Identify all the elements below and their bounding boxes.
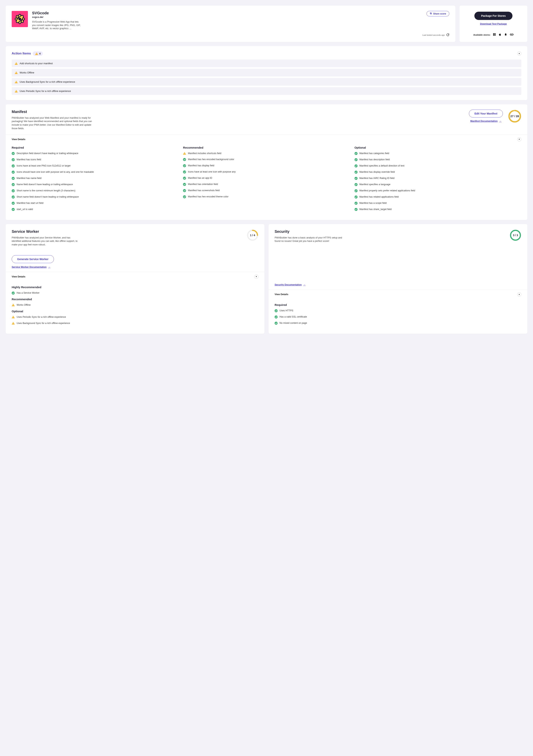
manifest-check-item: Manifest has screenshots field	[183, 189, 350, 192]
arrow-right-icon: →	[303, 284, 306, 286]
action-item[interactable]: Add shortcuts to your manifest	[12, 60, 521, 67]
warning-icon	[15, 71, 18, 74]
svg-rect-9	[493, 35, 494, 36]
arrow-right-icon: →	[499, 120, 502, 122]
check-icon	[354, 158, 357, 161]
manifest-check-item: Manifest has display override field	[354, 171, 521, 174]
optional-heading: Optional	[354, 146, 521, 149]
manifest-check-item: Short name field doesn't have leading or…	[12, 195, 179, 199]
manifest-check-item: Manifest has share_target field	[354, 208, 521, 211]
manifest-check-item: Icons should have one icon with purpose …	[12, 171, 179, 174]
sw-description: PWABuilder has analyzed your Service Wor…	[12, 236, 79, 247]
manifest-check-item: Manifest has name field	[12, 177, 179, 180]
check-icon	[12, 171, 15, 174]
warning-icon	[12, 322, 15, 325]
last-tested-label: Last tested seconds ago	[422, 34, 445, 36]
check-icon	[354, 183, 357, 186]
check-icon	[183, 171, 186, 174]
check-icon	[275, 309, 278, 312]
manifest-check-item: Manifest has start url field	[12, 202, 179, 205]
service-worker-card: Service Worker PWABuilder has analyzed y…	[6, 224, 265, 334]
check-icon	[354, 196, 357, 199]
manifest-check-item: Manifest has categories field	[354, 152, 521, 155]
manifest-check-item: Short name is the correct minimum length…	[12, 189, 179, 192]
sw-score: 1 / 4	[247, 230, 258, 241]
refresh-icon[interactable]	[446, 33, 449, 37]
action-item[interactable]: Uses Periodic Sync for a rich offline ex…	[12, 87, 521, 95]
action-items-count-badge: 4	[33, 51, 43, 56]
check-icon	[12, 177, 15, 180]
check-icon	[12, 208, 15, 211]
app-description: SVGcode is a Progressive Web App that le…	[32, 20, 81, 30]
apple-store-icon[interactable]	[498, 33, 501, 37]
manifest-check-item: Manifest has description field	[354, 158, 521, 161]
manifest-check-item: Manifest has IARC Rating ID field	[354, 177, 521, 180]
manifest-check-item: Manifest has icons field	[12, 158, 179, 161]
security-card: Security PWABuilder has done a basic ana…	[268, 224, 527, 334]
security-view-details[interactable]: View Details	[275, 293, 288, 296]
check-icon	[12, 158, 15, 161]
required-heading: Required	[12, 146, 179, 149]
check-item: Has a Service Worker	[12, 291, 258, 295]
check-icon	[12, 202, 15, 205]
security-title: Security	[275, 230, 506, 234]
check-icon	[12, 152, 15, 155]
package-for-stores-button[interactable]: Package For Stores	[474, 12, 513, 20]
security-documentation-link[interactable]: Security Documentation →	[275, 284, 305, 286]
action-item-text: Uses Periodic Sync for a rich offline ex…	[20, 90, 71, 93]
sw-view-details[interactable]: View Details	[12, 275, 25, 278]
manifest-documentation-link[interactable]: Manifest Documentation →	[470, 120, 501, 122]
svg-rect-8	[494, 33, 495, 34]
warning-icon	[15, 62, 18, 65]
action-item[interactable]: Uses Background Sync for a rich offline …	[12, 78, 521, 86]
windows-store-icon[interactable]	[493, 33, 496, 37]
manifest-check-item: start_url is valid	[12, 208, 179, 211]
security-description: PWABuilder has done a basic analysis of …	[275, 236, 343, 243]
app-header-card: SVGcode svgco.de/ SVGcode is a Progressi…	[6, 6, 455, 42]
warning-icon	[12, 304, 15, 306]
sw-score-ring: 1 / 4	[247, 230, 258, 241]
manifest-card: Manifest PWABuilder has analyzed your We…	[6, 104, 527, 220]
action-items-title: Action Items	[12, 52, 31, 55]
app-url[interactable]: svgco.de/	[32, 15, 81, 18]
check-icon	[12, 291, 15, 295]
group-heading: Recommended	[12, 298, 258, 301]
check-item: Uses HTTPS	[275, 309, 521, 312]
check-icon	[354, 208, 357, 211]
sw-documentation-link[interactable]: Service Worker Documentation →	[12, 266, 50, 268]
check-icon	[183, 189, 186, 192]
generate-service-worker-button[interactable]: Generate Service Worker	[12, 255, 54, 263]
meta-store-icon[interactable]	[510, 33, 514, 37]
chevron-down-icon[interactable]: ▼	[517, 137, 521, 142]
manifest-check-item: Manifest has an app ID	[183, 176, 350, 180]
group-heading: Required	[275, 303, 521, 307]
collapse-icon[interactable]: ▼	[517, 51, 521, 56]
manifest-check-item: Manifest has hex encoded background colo…	[183, 158, 350, 161]
recommended-heading: Recommended	[183, 146, 350, 149]
check-icon	[12, 189, 15, 192]
group-heading: Optional	[12, 310, 258, 313]
share-score-button[interactable]: Share score	[427, 11, 449, 16]
action-item-text: Uses Background Sync for a rich offline …	[20, 80, 75, 83]
manifest-view-details[interactable]: View Details	[12, 138, 25, 141]
check-item: Uses Periodic Sync for a rich offline ex…	[12, 315, 258, 319]
chevron-down-icon[interactable]: ▼	[254, 275, 258, 279]
android-store-icon[interactable]	[504, 33, 507, 37]
manifest-check-item: Description field doesn't have leading o…	[12, 152, 179, 155]
manifest-check-item: Manifest has orientation field	[183, 183, 350, 186]
check-icon	[354, 164, 357, 168]
manifest-check-item: Icons have at least one icon with purpos…	[183, 170, 350, 174]
edit-manifest-button[interactable]: Edit Your Manifest	[469, 110, 503, 118]
manifest-check-item: Manifest properly sets prefer related ap…	[354, 189, 521, 192]
check-icon	[275, 315, 278, 318]
warning-icon	[15, 81, 18, 83]
download-test-package-link[interactable]: Download Test Package	[480, 23, 507, 25]
svg-rect-7	[493, 33, 494, 34]
action-item[interactable]: Works Offline	[12, 69, 521, 76]
chevron-down-icon[interactable]: ▼	[517, 292, 521, 296]
manifest-check-item: Manifest has a scope field	[354, 202, 521, 205]
warning-icon	[183, 152, 186, 155]
manifest-score: 27 / 28	[508, 110, 521, 123]
warning-icon	[12, 316, 15, 318]
svg-rect-10	[494, 35, 495, 36]
